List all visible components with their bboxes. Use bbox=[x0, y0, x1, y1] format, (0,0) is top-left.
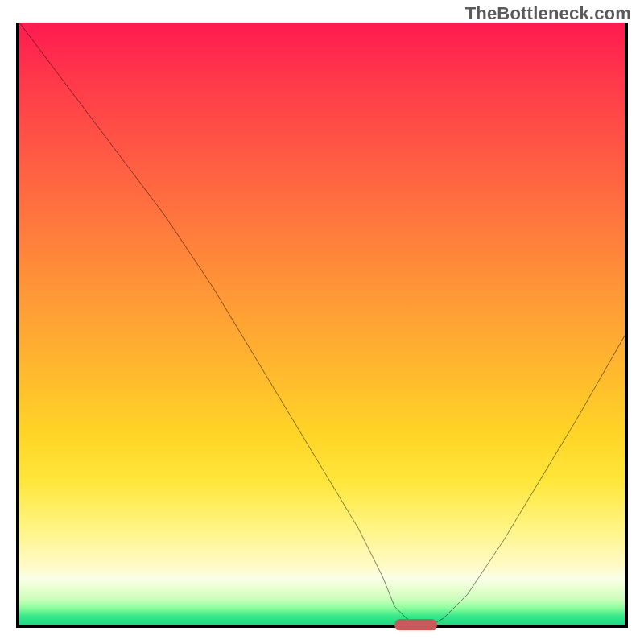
bottleneck-curve bbox=[19, 23, 625, 625]
curve-layer bbox=[19, 23, 625, 625]
optimal-range-marker bbox=[394, 619, 437, 630]
watermark-text: TheBottleneck.com bbox=[465, 3, 631, 24]
chart-frame bbox=[16, 23, 628, 628]
